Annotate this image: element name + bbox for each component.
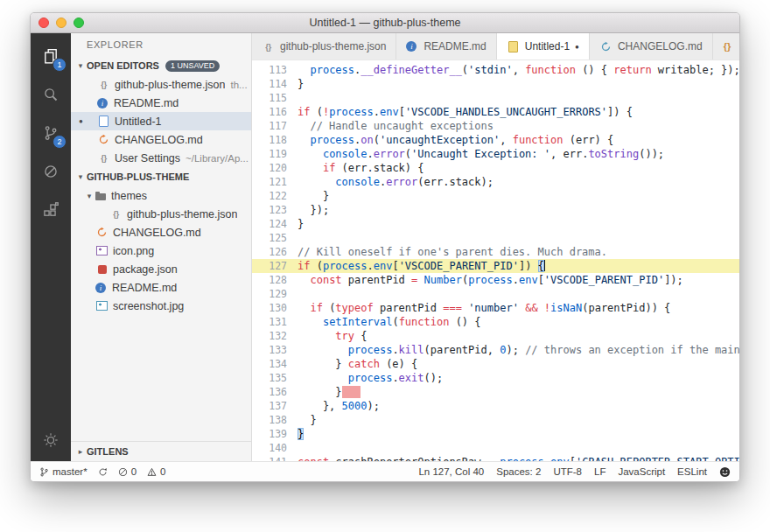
code-line-130[interactable]: 130 if (typeof parentPid === 'number' &&…	[252, 301, 739, 315]
status-bar: master*00 Ln 127, Col 40Spaces: 2UTF-8LF…	[31, 461, 739, 481]
code-line-138[interactable]: 138 }	[252, 413, 739, 427]
curly-icon[interactable]: {}	[724, 41, 732, 52]
activity-source-control[interactable]: 2	[31, 114, 71, 152]
image-file-icon	[95, 245, 108, 257]
code-token: setInterval	[323, 316, 392, 328]
status-encoding[interactable]: UTF-8	[553, 466, 582, 477]
code-token: function	[399, 316, 450, 328]
file-item-readme-md[interactable]: iREADME.md	[71, 278, 251, 297]
section-header-gitlens[interactable]: ▸GITLENS	[71, 442, 251, 461]
status-indentation[interactable]: Spaces: 2	[496, 466, 541, 477]
file-item-readme-md[interactable]: iREADME.md	[71, 94, 251, 112]
file-name: README.md	[114, 97, 178, 109]
code-token: );	[506, 344, 525, 356]
changelog-file-icon	[95, 227, 108, 239]
code-line-124[interactable]: 124}	[252, 217, 739, 231]
status-eslint[interactable]: ESLint	[677, 466, 707, 477]
file-item-screenshot-jpg[interactable]: screenshot.jpg	[71, 297, 251, 315]
code-token	[298, 162, 323, 174]
code-token: .	[374, 106, 380, 118]
activity-extensions[interactable]	[31, 191, 71, 229]
activity-explorer[interactable]: 1	[31, 37, 71, 75]
code-line-113[interactable]: 113 process.__defineGetter__('stdin', fu…	[252, 63, 739, 77]
code-line-123[interactable]: 123 });	[252, 203, 739, 217]
code-line-135[interactable]: 135 process.exit();	[252, 371, 739, 385]
code-token: (	[310, 106, 322, 118]
readme-file-icon: i	[406, 41, 416, 52]
file-item-package-json[interactable]: package.json	[71, 260, 251, 278]
file-item-icon-png[interactable]: icon.png	[71, 242, 251, 260]
title-bar[interactable]: Untitled-1 — github-plus-theme	[31, 13, 739, 33]
modified-dot-icon: ●	[79, 117, 83, 125]
code-line-137[interactable]: 137 }, 5000);	[252, 399, 739, 413]
file-item-changelog-md[interactable]: CHANGELOG.md	[71, 223, 251, 242]
tab-readme-md[interactable]: iREADME.md	[396, 33, 496, 60]
code-line-114[interactable]: 114}	[252, 77, 739, 91]
code-token: if	[323, 162, 335, 174]
editor[interactable]: 113 process.__defineGetter__('stdin', fu…	[252, 60, 739, 461]
code-token: ,	[500, 134, 512, 146]
code-line-132[interactable]: 132 try {	[252, 329, 739, 343]
folder-item-themes[interactable]: ▾themes	[71, 186, 251, 205]
readme-file-icon: i	[95, 283, 106, 293]
section-header-github-plus-theme[interactable]: ▾GITHUB-PLUS-THEME	[71, 167, 251, 186]
code-token: (	[462, 64, 468, 76]
status-errors[interactable]: 0	[118, 466, 136, 477]
code-line-121[interactable]: 121 console.error(err.stack);	[252, 175, 739, 189]
code-line-128[interactable]: 128 const parentPid = Number(process.env…	[252, 273, 739, 287]
file-item-user-settings[interactable]: {}User Settings~/Library/Ap...	[71, 149, 251, 167]
status-sync[interactable]	[98, 467, 108, 477]
activity-search[interactable]	[31, 75, 71, 114]
code-line-134[interactable]: 134 } catch (e) {	[252, 357, 739, 371]
status-feedback[interactable]	[719, 466, 731, 478]
section-header-open-editors[interactable]: ▾OPEN EDITORS1 UNSAVED	[71, 56, 251, 75]
tab-label: github-plus-theme.json	[280, 40, 386, 52]
code-token: 'Uncaught Exception: '	[411, 148, 550, 160]
status-label: UTF-8	[553, 466, 582, 477]
code-line-122[interactable]: 122 }	[252, 189, 739, 203]
status-cursor-position[interactable]: Ln 127, Col 40	[418, 466, 484, 477]
section-github-plus-theme: ▾GITHUB-PLUS-THEME▾themes{}github-plus-t…	[71, 167, 251, 315]
window: Untitled-1 — github-plus-theme 12 EXPLOR…	[30, 12, 740, 482]
code-line-141[interactable]: 141const crashReporterOptionsRaw = proce…	[252, 455, 739, 461]
debug-icon	[43, 164, 59, 179]
code-line-115[interactable]: 115	[252, 91, 739, 105]
code-line-136[interactable]: 136 }	[252, 385, 739, 399]
code-line-126[interactable]: 126// Kill oneself if one's parent dies.…	[252, 245, 739, 259]
code-line-120[interactable]: 120 if (err.stack) {	[252, 161, 739, 175]
code-line-116[interactable]: 116if (!process.env['VSCODE_HANDLES_UNCA…	[252, 105, 739, 119]
close-button[interactable]	[38, 18, 49, 28]
status-git-branch[interactable]: master*	[39, 466, 88, 477]
settings-gear-icon[interactable]	[31, 421, 71, 459]
activity-debug[interactable]	[31, 152, 71, 191]
code-line-118[interactable]: 118 process.on('uncaughtException', func…	[252, 133, 739, 147]
code-text: process.kill(parentPid, 0); // throws an…	[298, 343, 739, 357]
tab-changelog-md[interactable]: CHANGELOG.md	[590, 33, 713, 60]
file-item-github-plus-theme-json[interactable]: {}github-plus-theme.json	[71, 205, 251, 223]
status-eol[interactable]: LF	[594, 466, 606, 477]
tab-untitled-1[interactable]: Untitled-1●	[497, 33, 590, 60]
minimize-button[interactable]	[56, 18, 66, 28]
code-line-131[interactable]: 131 setInterval(function () {	[252, 315, 739, 329]
doc-file-icon	[97, 116, 110, 128]
code-token: &&	[525, 302, 537, 314]
file-item-changelog-md[interactable]: CHANGELOG.md	[71, 130, 251, 149]
tab-github-plus-theme-json[interactable]: {}github-plus-theme.json	[252, 33, 396, 60]
file-name: package.json	[113, 263, 178, 276]
code-line-139[interactable]: 139}	[252, 427, 739, 441]
file-item-github-plus-theme-json[interactable]: {}github-plus-theme.jsonth...	[71, 75, 251, 94]
code-line-117[interactable]: 117 // Handle uncaught exceptions	[252, 119, 739, 133]
status-warnings[interactable]: 0	[147, 466, 165, 477]
code-token: try	[335, 330, 354, 342]
zoom-button[interactable]	[74, 18, 84, 28]
code-line-125[interactable]: 125	[252, 231, 739, 245]
code-line-140[interactable]: 140	[252, 441, 739, 455]
status-language-mode[interactable]: JavaScript	[618, 466, 665, 477]
code-token: (parentPid)) {	[582, 302, 670, 314]
section-label: OPEN EDITORS	[87, 60, 159, 71]
file-item-untitled-1[interactable]: ●Untitled-1	[71, 112, 251, 130]
code-line-119[interactable]: 119 console.error('Uncaught Exception: '…	[252, 147, 739, 161]
code-line-129[interactable]: 129	[252, 287, 739, 301]
code-line-133[interactable]: 133 process.kill(parentPid, 0); // throw…	[252, 343, 739, 357]
code-line-127[interactable]: 127if (process.env['VSCODE_PARENT_PID'])…	[252, 259, 739, 273]
